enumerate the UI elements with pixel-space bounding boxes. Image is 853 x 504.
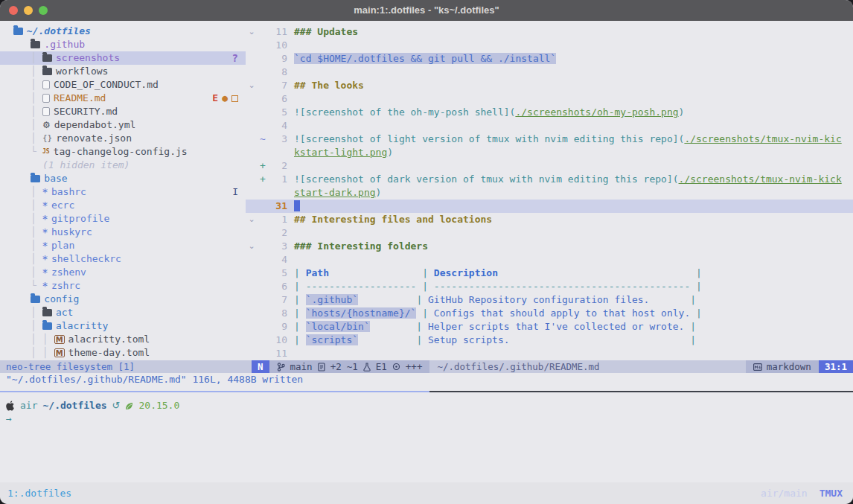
tree-item-label: renovate.json: [56, 132, 132, 145]
line-number: 7: [268, 293, 287, 307]
cursor-position: 31:1: [819, 360, 853, 373]
tree-item[interactable]: └ *zshrc: [0, 279, 246, 293]
editor-line[interactable]: 10| `scripts` | Setup scripts. |: [246, 334, 853, 347]
tree-item[interactable]: │ │ Malacritty.toml: [0, 333, 246, 346]
command-message-line: "~/.dotfiles/.github/README.md" 116L, 44…: [0, 373, 853, 386]
line-text: ## Interesting files and locations: [294, 213, 492, 226]
cursor: [294, 200, 300, 211]
tmux-pane-border[interactable]: [0, 391, 853, 392]
tree-item[interactable]: │ workflows: [0, 65, 246, 78]
fold-marker: [246, 92, 258, 106]
indent-guide: │ │: [7, 346, 54, 360]
tmux-status-bar: 1:.dotfiles air/main TMUX: [0, 482, 853, 504]
tree-item[interactable]: base: [0, 172, 246, 185]
tree-item[interactable]: │ *plan: [0, 239, 246, 252]
flask-icon: [363, 363, 371, 371]
line-number: 8: [268, 307, 287, 320]
tree-item[interactable]: │ alacritty: [0, 319, 246, 333]
indent-guide: └: [7, 279, 42, 293]
fold-marker: [246, 320, 258, 334]
editor-line[interactable]: 8: [246, 66, 853, 79]
tree-item-label: config: [44, 293, 79, 306]
line-number: 6: [268, 92, 287, 106]
tree-item-label: gitprofile: [51, 212, 109, 226]
editor-line[interactable]: 4: [246, 119, 853, 133]
editor-line[interactable]: 4: [246, 253, 853, 267]
shell-pane[interactable]: air ~/.dotfiles ↺ 20.15.0 →: [0, 392, 853, 482]
editor-line[interactable]: 8| `hosts/{hostname}/` | Configs that sh…: [246, 307, 853, 320]
gutter-sign: [258, 267, 268, 280]
tree-item[interactable]: (1 hidden item): [0, 159, 246, 172]
tree-item[interactable]: │ CODE_OF_CONDUCT.md: [0, 78, 246, 92]
indent-guide: │: [7, 212, 42, 226]
editor-line[interactable]: ⌄3### Interesting folders: [246, 240, 853, 253]
tree-item[interactable]: │ {}renovate.json: [0, 132, 246, 145]
tree-item[interactable]: ~/.dotfiles: [0, 25, 246, 38]
tree-item[interactable]: │ *bashrcI: [0, 185, 246, 199]
fold-marker: [246, 226, 258, 240]
diagnostics-count: E1: [376, 360, 387, 373]
tree-item[interactable]: │ *gitprofile: [0, 212, 246, 226]
line-number: 9: [268, 52, 287, 66]
filetype-label: markdown: [767, 360, 811, 373]
editor-line[interactable]: 5![screenshot of the oh-my-posh shell](.…: [246, 106, 853, 119]
tree-item[interactable]: .github: [0, 38, 246, 51]
editor-line[interactable]: 9`cd $HOME/.dotfiles && git pull && ./in…: [246, 52, 853, 66]
folder-open-icon: [42, 322, 52, 330]
line-number: 4: [268, 253, 287, 267]
prompt-line: air ~/.dotfiles ↺ 20.15.0: [6, 399, 853, 412]
tree-item[interactable]: │ screenshots?: [0, 51, 246, 65]
indent-guide: │: [7, 239, 42, 252]
editor-line[interactable]: 6| ------------------- | ---------------…: [246, 280, 853, 293]
line-number: 7: [268, 79, 287, 92]
editor-line[interactable]: +1![screenshot of dark version of tmux w…: [246, 173, 853, 186]
editor-line[interactable]: 10: [246, 39, 853, 52]
tree-item-label: base: [44, 172, 67, 185]
tree-item[interactable]: config: [0, 293, 246, 306]
editor-line[interactable]: 31: [246, 200, 853, 213]
gutter-sign: [258, 320, 268, 334]
indent-guide: │: [7, 319, 42, 333]
tree-item[interactable]: │ *ecrc: [0, 199, 246, 212]
editor-line[interactable]: 6: [246, 92, 853, 106]
indent-guide: │: [7, 78, 42, 92]
editor-line[interactable]: 7| `.github` | GitHub Repository configu…: [246, 293, 853, 307]
editor-line[interactable]: 11: [246, 347, 853, 360]
editor-line[interactable]: ⌄1## Interesting files and locations: [246, 213, 853, 226]
indent-guide: │: [7, 306, 42, 319]
gutter-sign: [258, 213, 268, 226]
editor-line[interactable]: kstart-light.png): [246, 146, 853, 159]
folder-open-icon: [13, 28, 23, 35]
tree-item-label: tag-changelog-config.js: [54, 145, 188, 159]
editor-line[interactable]: ~3![screenshot of light version of tmux …: [246, 133, 853, 146]
line-text: ## The looks: [294, 79, 364, 92]
gutter-sign: ~: [258, 133, 268, 146]
tree-item[interactable]: │ ⚙dependabot.yml: [0, 118, 246, 132]
tree-item[interactable]: │ *huskyrc: [0, 226, 246, 239]
git-branch-icon: [277, 363, 285, 371]
editor-line[interactable]: start-dark.png): [246, 186, 853, 200]
editor-line[interactable]: ⌄11### Updates: [246, 25, 853, 39]
fold-marker: [246, 280, 258, 293]
tree-item[interactable]: │ *shellcheckrc: [0, 252, 246, 266]
pane-border-inactive: [429, 391, 853, 392]
editor-line[interactable]: 2: [246, 226, 853, 240]
line-number: 4: [268, 119, 287, 133]
line-text: ![screenshot of the oh-my-posh shell](./…: [294, 106, 684, 119]
tmux-window-tab[interactable]: 1:.dotfiles: [7, 487, 71, 500]
editor-line[interactable]: +2: [246, 159, 853, 173]
tree-item[interactable]: │ *zshenv: [0, 266, 246, 279]
fold-marker: [246, 347, 258, 360]
editor-line[interactable]: 5| Path | Description |: [246, 267, 853, 280]
git-branch: main: [290, 360, 313, 373]
tree-item[interactable]: └ JStag-changelog-config.js: [0, 145, 246, 159]
editor-line[interactable]: 9| `local/bin` | Helper scripts that I'v…: [246, 320, 853, 334]
tree-item[interactable]: │ │ Mtheme-day.toml: [0, 346, 246, 360]
tree-item[interactable]: │ act: [0, 306, 246, 319]
tree-item[interactable]: │ README.mdE●: [0, 92, 246, 105]
indent-guide: │: [7, 132, 42, 145]
editor-line[interactable]: ⌄7## The looks: [246, 79, 853, 92]
line-text: | ------------------- | ----------------…: [294, 280, 702, 293]
tree-item[interactable]: │ SECURITY.md: [0, 105, 246, 118]
star-icon: *: [42, 266, 48, 279]
